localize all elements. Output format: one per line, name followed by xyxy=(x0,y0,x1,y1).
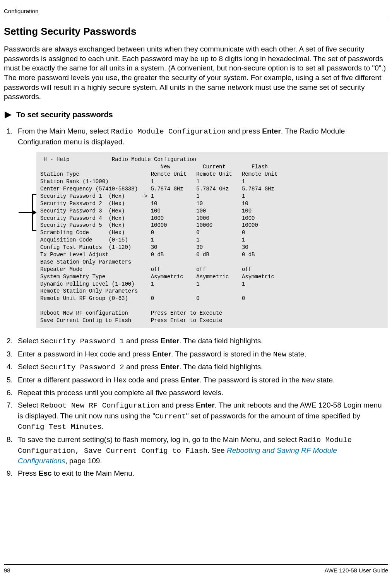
steps-list: From the Main Menu, select Radio Module … xyxy=(4,126,388,147)
key-name: Enter xyxy=(181,376,200,384)
step-6: Repeat this process until you complete a… xyxy=(15,388,388,398)
code-text: New xyxy=(301,376,315,385)
step-text: and press xyxy=(124,337,161,345)
procedure-arrow-icon xyxy=(4,111,12,119)
code-text: Current xyxy=(155,412,186,421)
step-text: to exit to the Main Menu. xyxy=(52,469,134,477)
step-text: . xyxy=(102,422,104,430)
svg-marker-2 xyxy=(33,210,36,215)
step-9: Press Esc to exit to the Main Menu. xyxy=(15,468,388,478)
step-text: Enter a password in Hex code and press xyxy=(18,350,152,358)
code-text: New xyxy=(273,350,286,359)
code-text: Security Password 2 xyxy=(40,363,124,372)
guide-name: AWE 120-58 User Guide xyxy=(324,567,388,574)
procedure-heading: To set security passwords xyxy=(4,110,388,119)
header-rule xyxy=(4,16,388,16)
step-text: Press xyxy=(18,469,39,477)
step-text: Select xyxy=(18,337,40,345)
step-text: . The data field highlights. xyxy=(179,337,263,345)
key-name: Enter xyxy=(161,363,180,371)
step-text: From the Main Menu, select xyxy=(18,127,111,135)
section-title: Setting Security Passwords xyxy=(4,26,388,38)
key-name: Enter xyxy=(262,127,281,135)
step-text: Enter a different password in Hex code a… xyxy=(18,376,181,384)
step-text: Repeat this process until you complete a… xyxy=(18,389,223,397)
code-text: Reboot New RF Configuration xyxy=(40,401,159,410)
step-1: From the Main Menu, select Radio Module … xyxy=(15,126,388,147)
step-8: To save the current setting(s) to flash … xyxy=(15,435,388,466)
key-name: Enter xyxy=(152,350,171,358)
running-head: Configuration xyxy=(4,8,388,14)
step-7: Select Reboot New RF Configuration and p… xyxy=(15,400,388,432)
terminal-figure: H - Help Radio Module Configuration New … xyxy=(17,152,388,328)
terminal-content: H - Help Radio Module Configuration New … xyxy=(40,156,380,324)
code-text: Save Current Config to Flash xyxy=(84,447,207,455)
intro-paragraph: Passwords are always exchanged between u… xyxy=(4,45,388,102)
step-text: To save the current setting(s) to flash … xyxy=(18,435,299,444)
step-text: and press xyxy=(159,401,196,409)
page-footer: 98 AWE 120-58 User Guide xyxy=(4,564,388,574)
code-text: , xyxy=(75,447,84,455)
callout-gutter xyxy=(17,152,36,328)
bracket-arrow-icon xyxy=(17,152,36,328)
step-text: . See xyxy=(207,446,227,454)
step-3: Enter a password in Hex code and press E… xyxy=(15,349,388,360)
step-text: state. xyxy=(286,350,306,358)
step-2: Select Security Password 1 and press Ent… xyxy=(15,336,388,347)
key-name: Enter xyxy=(161,337,180,345)
page-number: 98 xyxy=(4,567,10,574)
terminal-block: H - Help Radio Module Configuration New … xyxy=(36,152,388,328)
steps-list-cont: Select Security Password 1 and press Ent… xyxy=(4,336,388,478)
step-text: Select xyxy=(18,401,40,409)
step-text: . The password is stored in the xyxy=(200,376,302,384)
step-5: Enter a different password in Hex code a… xyxy=(15,375,388,386)
code-text: Config Test Minutes xyxy=(18,423,102,431)
step-text: . The password is stored in the xyxy=(171,350,273,358)
step-text: , page 109. xyxy=(65,457,102,465)
procedure-title: To set security passwords xyxy=(16,110,113,119)
step-text: Select xyxy=(18,363,40,371)
key-name: Enter xyxy=(196,401,215,409)
code-text: Security Password 1 xyxy=(40,337,124,346)
step-text: and press xyxy=(226,127,262,135)
step-text: " set of passwords for the amount of tim… xyxy=(186,412,360,420)
key-name: Esc xyxy=(39,469,52,477)
step-text: . The data field highlights. xyxy=(179,363,263,371)
step-4: Select Security Password 2 and press Ent… xyxy=(15,362,388,373)
step-text: and press xyxy=(124,363,161,371)
code-text: Radio Module Configuration xyxy=(111,127,226,136)
svg-marker-0 xyxy=(5,111,12,118)
step-text: state. xyxy=(315,376,335,384)
